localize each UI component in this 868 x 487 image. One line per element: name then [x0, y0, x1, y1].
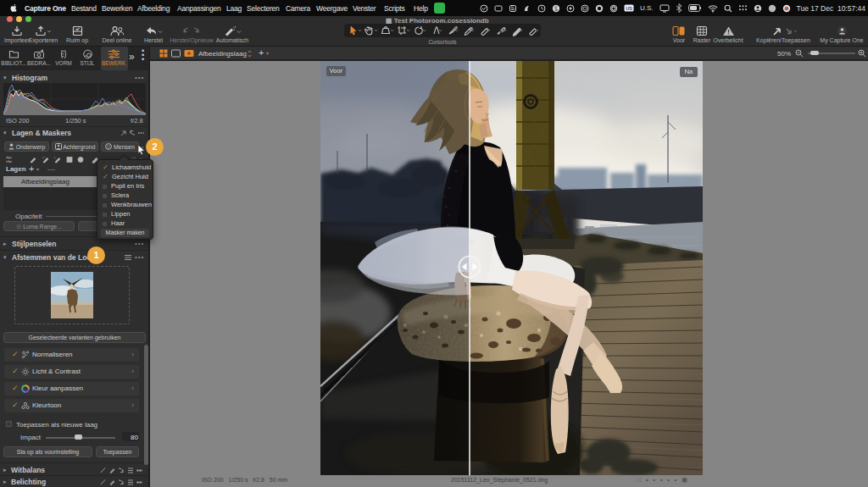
svg-text:US: US	[626, 6, 632, 11]
